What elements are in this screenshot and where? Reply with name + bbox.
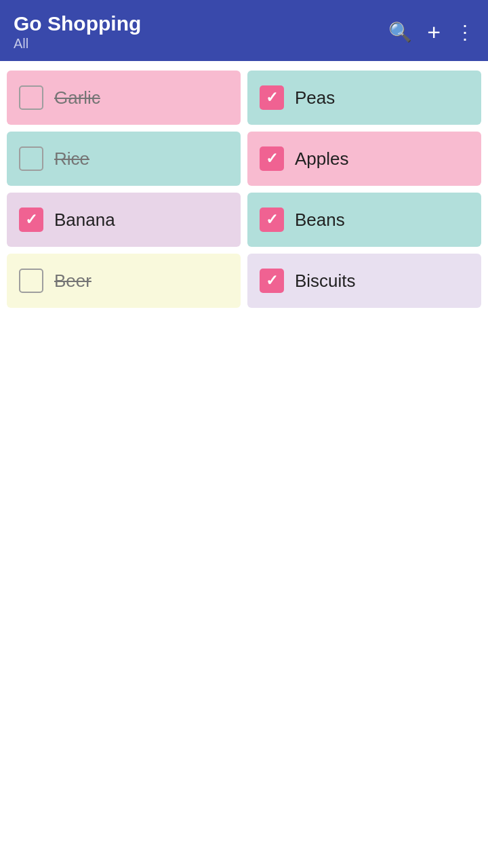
item-label-peas: Peas [295, 87, 335, 108]
app-title: Go Shopping [14, 12, 141, 35]
item-label-rice: Rice [54, 149, 89, 170]
checkbox-banana[interactable]: ✓ [19, 208, 43, 232]
item-label-apples: Apples [295, 149, 349, 170]
app-header: Go Shopping All 🔍 + ⋮ [0, 0, 488, 61]
checkmark-banana: ✓ [25, 212, 37, 227]
item-label-garlic: Garlic [54, 87, 100, 108]
item-card-beer[interactable]: Beer [7, 254, 241, 308]
header-actions: 🔍 + ⋮ [388, 19, 474, 45]
checkbox-garlic[interactable] [19, 85, 43, 110]
checkbox-peas[interactable]: ✓ [260, 85, 284, 110]
item-label-beans: Beans [295, 210, 345, 231]
item-card-rice[interactable]: Rice [7, 132, 241, 186]
items-grid: Garlic✓PeasRice✓Apples✓Banana✓BeansBeer✓… [0, 61, 488, 315]
checkmark-apples: ✓ [266, 151, 278, 166]
item-label-beer: Beer [54, 271, 92, 292]
checkbox-beans[interactable]: ✓ [260, 208, 284, 232]
checkbox-apples[interactable]: ✓ [260, 146, 284, 171]
checkbox-rice[interactable] [19, 146, 43, 171]
checkmark-biscuits: ✓ [266, 273, 278, 288]
search-icon[interactable]: 🔍 [388, 21, 412, 43]
checkmark-beans: ✓ [266, 212, 278, 227]
checkbox-beer[interactable] [19, 269, 43, 293]
item-card-banana[interactable]: ✓Banana [7, 193, 241, 247]
more-options-icon[interactable]: ⋮ [455, 21, 474, 43]
item-card-beans[interactable]: ✓Beans [247, 193, 481, 247]
checkmark-peas: ✓ [266, 90, 278, 105]
item-card-garlic[interactable]: Garlic [7, 71, 241, 125]
item-label-biscuits: Biscuits [295, 271, 356, 292]
item-card-biscuits[interactable]: ✓Biscuits [247, 254, 481, 308]
checkbox-biscuits[interactable]: ✓ [260, 269, 284, 293]
item-card-apples[interactable]: ✓Apples [247, 132, 481, 186]
item-card-peas[interactable]: ✓Peas [247, 71, 481, 125]
item-label-banana: Banana [54, 210, 115, 231]
header-left: Go Shopping All [14, 12, 141, 52]
add-icon[interactable]: + [427, 19, 441, 45]
header-filter-label: All [14, 36, 141, 52]
